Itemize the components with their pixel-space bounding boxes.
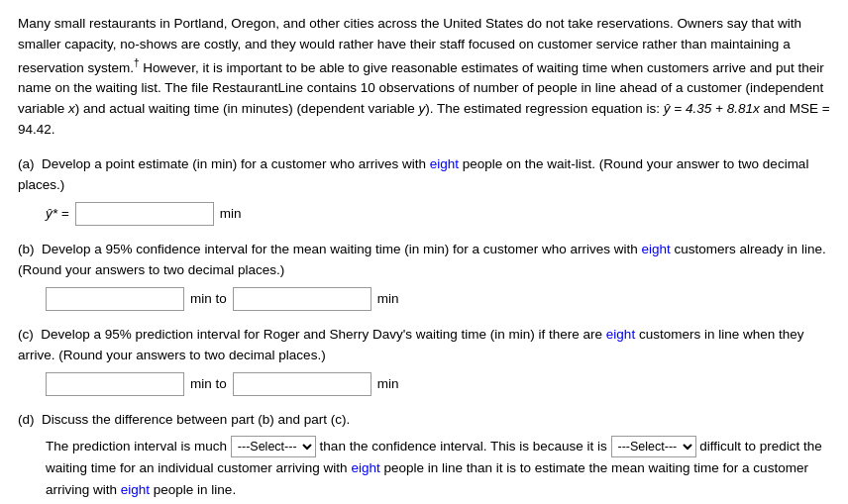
part-a-highlight: eight [430, 156, 459, 171]
select-much[interactable]: ---Select--- larger smaller [231, 436, 316, 457]
question-a-label: (a) Develop a point estimate (in min) fo… [18, 154, 830, 196]
d-text1: The prediction interval is much [46, 439, 231, 454]
d-text-block: The prediction interval is much ---Selec… [46, 436, 830, 500]
input-b-upper[interactable] [233, 287, 371, 311]
input-c-lower[interactable] [46, 372, 184, 396]
part-c-letter: (c) [18, 327, 34, 342]
intro-paragraph: Many small restaurants in Portland, Oreg… [18, 14, 830, 141]
input-row-c: min to min [46, 372, 830, 396]
part-c-text1: Develop a 95% prediction interval for Ro… [41, 327, 606, 342]
intro-text-3: ) and actual waiting time (in minutes) (… [75, 101, 419, 116]
part-b-text1: Develop a 95% confidence interval for th… [42, 242, 642, 256]
part-c-highlight: eight [606, 327, 635, 342]
part-d-letter: (d) [18, 412, 35, 427]
d-text5: people in line. [150, 482, 236, 497]
d-text2: than the confidence interval. This is be… [320, 439, 611, 454]
yhat-label-a: ŷ* = [46, 206, 69, 221]
d-highlight1: eight [351, 460, 379, 475]
unit-c2: min [377, 376, 399, 391]
part-a-text1: Develop a point estimate (in min) for a … [42, 156, 430, 171]
yhat-input-a[interactable] [75, 202, 214, 226]
input-b-lower[interactable] [46, 287, 184, 311]
d-highlight2: eight [121, 482, 150, 497]
question-block-d: (d) Discuss the difference between part … [18, 410, 830, 501]
question-d-label: (d) Discuss the difference between part … [18, 410, 830, 431]
question-block-a: (a) Develop a point estimate (in min) fo… [18, 154, 830, 226]
yhat-row-a: ŷ* = min [46, 202, 830, 226]
question-block-b: (b) Develop a 95% confidence interval fo… [18, 240, 830, 311]
input-row-b: min to min [46, 287, 830, 311]
part-d-question: Discuss the difference between part (b) … [42, 412, 350, 427]
unit-c1: min to [190, 376, 227, 391]
question-c-label: (c) Develop a 95% prediction interval fo… [18, 325, 830, 366]
input-c-upper[interactable] [233, 372, 371, 396]
unit-b1: min to [190, 291, 227, 306]
intro-text-4: ). The estimated regression equation is: [425, 101, 664, 116]
question-b-label: (b) Develop a 95% confidence interval fo… [18, 240, 830, 281]
x-variable: x [68, 101, 75, 116]
select-difficult[interactable]: ---Select--- more less [611, 436, 696, 457]
part-b-letter: (b) [18, 242, 35, 256]
question-block-c: (c) Develop a 95% prediction interval fo… [18, 325, 830, 396]
part-b-highlight: eight [642, 242, 671, 256]
unit-b2: min [377, 291, 399, 306]
equation: ŷ = 4.35 + 8.81x [664, 101, 760, 116]
unit-a: min [220, 206, 242, 221]
part-a-letter: (a) [18, 156, 35, 171]
